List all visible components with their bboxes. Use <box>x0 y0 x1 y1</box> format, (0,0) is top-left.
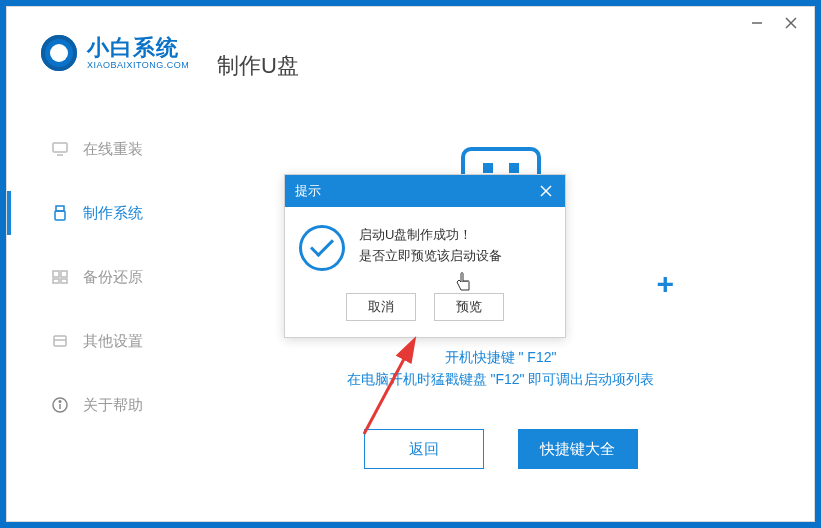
dialog-message-2: 是否立即预览该启动设备 <box>359 246 502 267</box>
usb-icon <box>51 204 69 222</box>
settings-icon <box>51 332 69 350</box>
backup-icon <box>51 268 69 286</box>
sidebar-item-other-settings[interactable]: 其他设置 <box>7 309 197 373</box>
sidebar-item-label: 在线重装 <box>83 140 143 159</box>
plus-icon: + <box>656 267 674 301</box>
dialog-message-1: 启动U盘制作成功！ <box>359 225 502 246</box>
info-icon <box>51 396 69 414</box>
sidebar-item-backup[interactable]: 备份还原 <box>7 245 197 309</box>
svg-rect-11 <box>54 336 66 346</box>
cancel-button[interactable]: 取消 <box>346 293 416 321</box>
sidebar: 在线重装 制作系统 备份还原 其他设置 关于帮助 <box>7 117 197 437</box>
sidebar-item-label: 制作系统 <box>83 204 143 223</box>
logo-icon <box>41 35 77 71</box>
sidebar-item-make-system[interactable]: 制作系统 <box>7 181 197 245</box>
app-logo: 小白系统 XIAOBAIXITONG.COM <box>41 35 189 71</box>
sidebar-item-about[interactable]: 关于帮助 <box>7 373 197 437</box>
prompt-dialog: 提示 启动U盘制作成功！ 是否立即预览该启动设备 取消 预览 <box>284 174 566 338</box>
back-button[interactable]: 返回 <box>364 429 484 469</box>
svg-rect-10 <box>61 279 67 283</box>
page-title: 制作U盘 <box>217 51 299 81</box>
sidebar-item-reinstall[interactable]: 在线重装 <box>7 117 197 181</box>
success-check-icon <box>299 225 345 271</box>
hint-text-1: 开机快捷键 " F12" <box>217 349 784 367</box>
close-icon[interactable] <box>782 14 800 32</box>
monitor-icon <box>51 140 69 158</box>
svg-rect-8 <box>61 271 67 277</box>
dialog-footer: 取消 预览 <box>285 285 565 337</box>
hint-text-2: 在电脑开机时猛戳键盘 "F12" 即可调出启动项列表 <box>217 371 784 389</box>
svg-point-15 <box>59 401 61 403</box>
dialog-header: 提示 <box>285 175 565 207</box>
brand-subtitle: XIAOBAIXITONG.COM <box>87 61 189 70</box>
dialog-close-icon[interactable] <box>537 182 555 200</box>
svg-rect-9 <box>53 279 59 283</box>
minimize-icon[interactable] <box>748 14 766 32</box>
sidebar-item-label: 关于帮助 <box>83 396 143 415</box>
sidebar-item-label: 其他设置 <box>83 332 143 351</box>
svg-rect-3 <box>53 143 67 152</box>
svg-rect-6 <box>55 211 65 220</box>
brand-name: 小白系统 <box>87 37 189 59</box>
shortcut-list-button[interactable]: 快捷键大全 <box>518 429 638 469</box>
title-bar <box>748 7 814 39</box>
bottom-buttons: 返回 快捷键大全 <box>217 429 784 469</box>
svg-rect-7 <box>53 271 59 277</box>
dialog-title: 提示 <box>295 182 321 200</box>
dialog-body: 启动U盘制作成功！ 是否立即预览该启动设备 <box>285 207 565 285</box>
preview-button[interactable]: 预览 <box>434 293 504 321</box>
sidebar-item-label: 备份还原 <box>83 268 143 287</box>
